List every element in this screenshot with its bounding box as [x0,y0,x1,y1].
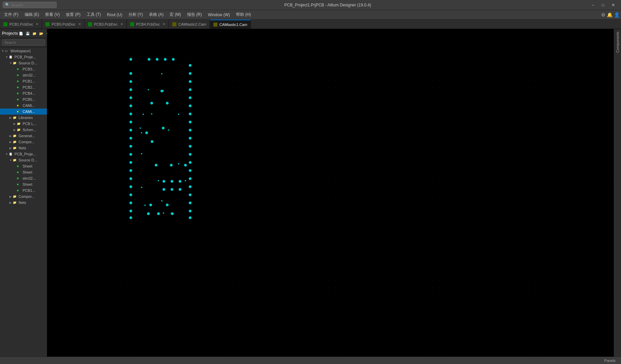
menu-place[interactable]: 放置 (P) [63,11,83,19]
svg-point-1504 [306,95,306,95]
svg-point-1811 [358,87,358,88]
svg-point-2501 [469,310,469,310]
tree-arrow: ▶ [9,147,13,150]
menu-view[interactable]: 察看 (V) [42,11,62,19]
svg-point-1552 [313,124,314,125]
restore-button[interactable]: □ [598,0,608,10]
tab-pcb1[interactable]: PCB1.PcbDoc ✕ [0,20,42,29]
svg-point-1859 [365,117,365,117]
tree-item-pcb1[interactable]: ■ PCB1... [0,78,47,84]
svg-point-1002 [217,287,217,288]
menu-rout[interactable]: Rout (U) [104,11,125,18]
close-button[interactable]: ✕ [608,0,618,10]
tab-cam2[interactable]: CAMtastic2.Cam [169,20,210,29]
sidebar-save-btn[interactable]: 💾 [25,30,31,36]
tree-item-pcb2[interactable]: ■ PCB2... [0,84,47,90]
svg-point-2512 [476,65,477,65]
tab-pcb5[interactable]: PCB5.PcbDoc ✕ [42,20,84,29]
tab-cam1[interactable]: CAMtastic1.Cam [210,20,251,29]
tree-item-compor2[interactable]: ▶ 📁 Compor... [0,193,47,200]
tree-item-pcb1b[interactable]: ■ PCB1... [0,187,47,193]
menu-file[interactable]: 文件 (F) [1,11,21,19]
svg-point-2143 [410,265,410,266]
svg-point-3400 [149,204,152,206]
components-panel-label[interactable]: Components [616,30,620,54]
tree-item-sheet1[interactable]: ■ Sheet [0,163,47,169]
svg-point-2691 [506,87,506,88]
tree-item-nets1[interactable]: ▶ 📁 Nets [0,145,47,151]
svg-point-79 [61,295,61,295]
tree-item-generat[interactable]: ▶ 📁 Generat... [0,133,47,139]
tab-pcb1-close[interactable]: ✕ [36,22,38,26]
tab-pcb3-close[interactable]: ✕ [120,22,123,26]
menu-window[interactable]: Window (W) [205,11,233,18]
svg-point-1605 [321,191,321,191]
menu-table[interactable]: 表格 (A) [146,11,166,19]
svg-point-3194 [588,228,588,229]
svg-point-2662 [499,199,499,199]
svg-point-787 [180,325,180,325]
settings-icon[interactable]: ⚙ [601,12,605,18]
tree-item-pcb3[interactable]: ■ PCB3... [0,66,47,72]
tree-item-sheet3[interactable]: ■ Sheet [0,181,47,187]
svg-point-3249 [595,310,595,310]
title-search-input[interactable] [11,3,52,7]
svg-point-1861 [365,132,365,132]
menu-tools[interactable]: 工具 (T) [84,11,104,19]
tab-pcb5-close[interactable]: ✕ [78,22,81,26]
svg-point-201 [83,221,84,221]
sidebar-new-btn[interactable]: 📄 [18,30,24,36]
svg-point-2407 [454,265,454,266]
tab-pcb4-close[interactable]: ✕ [162,22,165,26]
canvas-area[interactable] [47,29,614,357]
menu-edit[interactable]: 编辑 (E) [22,11,42,19]
tree-item-sheet2[interactable]: ■ Sheet [0,169,47,175]
tree-item-compor1[interactable]: ▶ 📁 Compor... [0,139,47,145]
sidebar-search-input[interactable] [2,39,45,46]
svg-point-1783 [350,206,351,206]
svg-point-765 [180,161,180,162]
tree-item-source2[interactable]: ▼ 📁 Source D... [0,157,47,163]
svg-point-1913 [373,191,373,191]
svg-point-254 [91,287,91,288]
svg-point-2271 [432,236,432,236]
svg-point-690 [165,258,165,258]
menu-report[interactable]: 报告 (R) [184,11,205,19]
svg-point-1856 [365,95,365,95]
title-search-box[interactable]: 🔍 [3,2,57,8]
tree-item-pcblib[interactable]: ▶ 📁 PCB L... [0,121,47,127]
sidebar-folder2-btn[interactable]: 📂 [38,30,44,36]
svg-point-3179 [588,117,588,117]
tab-pcb4[interactable]: PCB4.PcbDoc ✕ [127,20,169,29]
sidebar-title: Projects [2,31,18,36]
svg-point-1019 [224,87,225,88]
tree-item-pcbproj1[interactable]: ▼ 📋 PCB_Proje... [0,54,47,60]
svg-point-2448 [462,243,462,243]
svg-point-198 [83,199,84,199]
tree-item-camt1[interactable]: ■ CAMt... [0,102,47,109]
svg-point-3239 [595,236,595,236]
tree-item-pcb4[interactable]: ■ PCB4... [0,90,47,96]
tree-item-pcb5[interactable]: ■ PCB5... [0,96,47,102]
panels-button[interactable]: Panels [601,359,618,363]
svg-point-2647 [499,87,499,88]
sidebar-folder-btn[interactable]: 📁 [31,30,37,36]
svg-point-0 [54,35,54,36]
tree-item-workspace1[interactable]: ▼ 🗂 Workspace1 [0,48,47,54]
tree-item-pcbproj2[interactable]: ▼ 📋 PCB_Proje... [0,151,47,157]
tree-item-camt2[interactable]: ■ CAMt... [0,109,47,115]
tree-item-stm32[interactable]: ■ stm32... [0,72,47,78]
tree-item-libs1[interactable]: ▶ 📁 Libraries [0,115,47,121]
menu-help[interactable]: 帮助 (H) [233,11,254,19]
tree-item-stm32b[interactable]: ■ stm32... [0,175,47,181]
tree-item-schen[interactable]: ▶ 📁 Schen... [0,127,47,133]
user-icon[interactable]: 👤 [614,12,620,18]
menu-macro[interactable]: 宏 (M) [167,11,183,19]
tree-item-nets2[interactable]: ▶ 📁 Nets [0,200,47,206]
menu-analyze[interactable]: 分析 (Y) [126,11,146,19]
notification-icon[interactable]: 🔔 [607,12,613,18]
minimize-button[interactable]: − [588,0,598,10]
svg-point-513 [135,250,136,251]
tree-item-source1[interactable]: ▼ 📁 Source D... [0,60,47,66]
tab-pcb3[interactable]: PCB3.PcbDoc ✕ [85,20,127,29]
